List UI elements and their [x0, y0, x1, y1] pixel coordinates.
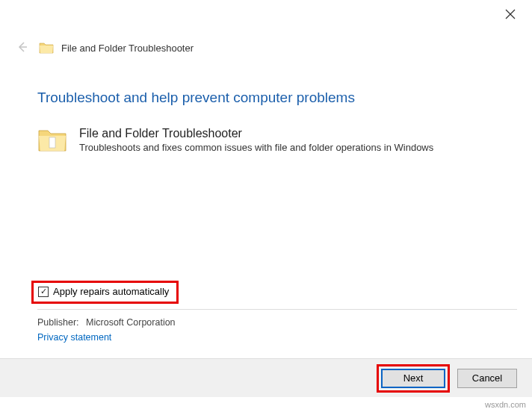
apply-repairs-checkbox[interactable]: ✓ [38, 287, 49, 297]
content-area: Troubleshoot and help prevent computer p… [0, 60, 532, 154]
highlight-apply-repairs: ✓ Apply repairs automatically [31, 281, 179, 304]
svg-rect-3 [49, 137, 55, 148]
header-bar: File and Folder Troubleshooter [0, 0, 532, 60]
publisher-label: Publisher: [37, 317, 79, 328]
troubleshooter-item: File and Folder Troubleshooter Troublesh… [37, 127, 495, 154]
window-title: File and Folder Troubleshooter [61, 43, 194, 54]
highlight-next-button: Next [377, 364, 450, 393]
privacy-statement-link[interactable]: Privacy statement [37, 332, 517, 343]
watermark: wsxdn.com [485, 400, 526, 409]
cancel-button[interactable]: Cancel [457, 369, 517, 388]
apply-repairs-section: ✓ Apply repairs automatically [31, 281, 179, 304]
item-title: File and Folder Troubleshooter [79, 127, 433, 140]
folder-icon [37, 127, 67, 154]
apply-repairs-label[interactable]: Apply repairs automatically [53, 286, 169, 297]
footer-info: Publisher: Microsoft Corporation Privacy… [37, 309, 517, 343]
item-description: Troubleshoots and fixes common issues wi… [79, 142, 433, 153]
back-icon [15, 40, 30, 55]
close-icon[interactable] [505, 9, 517, 21]
button-bar: Next Cancel [0, 358, 532, 397]
folder-icon [39, 41, 54, 54]
publisher-value: Microsoft Corporation [86, 317, 176, 328]
page-title: Troubleshoot and help prevent computer p… [37, 90, 495, 106]
publisher-row: Publisher: Microsoft Corporation [37, 317, 517, 328]
next-button[interactable]: Next [381, 369, 445, 388]
